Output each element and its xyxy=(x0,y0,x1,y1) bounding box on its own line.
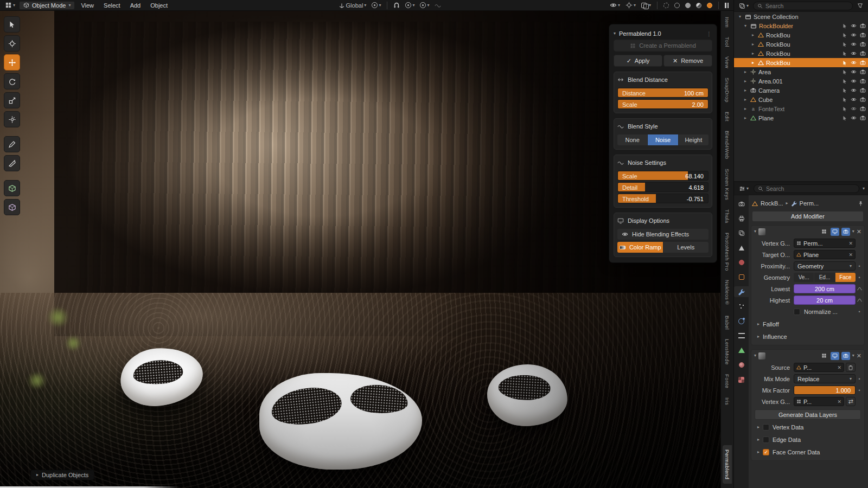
falloff-subpanel[interactable]: ▸ Falloff xyxy=(754,319,861,330)
properties-search[interactable] xyxy=(754,184,859,193)
remove-button[interactable]: ✕ Remove xyxy=(663,55,712,67)
chevron-right-icon[interactable]: ▸ xyxy=(750,60,756,65)
render-camera-icon[interactable] xyxy=(860,87,866,93)
chevron-right-icon[interactable]: ▸ xyxy=(743,106,748,111)
outliner-row-camera[interactable]: ▸ Camera xyxy=(734,86,868,95)
noise-threshold-slider[interactable]: Threshold -0.751 xyxy=(617,194,709,203)
clear-x-icon[interactable]: ✕ xyxy=(848,241,853,246)
outliner-search[interactable] xyxy=(753,2,853,10)
geometry-vertex-button[interactable]: Ve... xyxy=(794,273,814,282)
outliner-row-rockbou-2[interactable]: ▸ RockBou xyxy=(734,40,868,49)
decorator-dot[interactable]: • xyxy=(856,264,863,269)
pause-render-button[interactable] xyxy=(723,2,730,9)
chevron-right-icon[interactable]: ▸ xyxy=(743,115,748,120)
blend-scale-slider[interactable]: Scale 2.00 xyxy=(617,99,709,109)
overlays-dropdown[interactable]: ▾ xyxy=(640,2,653,8)
outliner-row-plane[interactable]: ▸ Plane xyxy=(734,113,868,123)
selectable-pointer-icon[interactable] xyxy=(842,23,847,29)
decorator-dot[interactable]: • xyxy=(856,388,863,393)
lowest-field[interactable]: 200 cm xyxy=(794,284,856,293)
selectable-pointer-icon[interactable] xyxy=(842,33,847,38)
chevron-down-icon[interactable]: ▾ xyxy=(737,14,743,19)
transform-orientation-dropdown[interactable]: Global ▾ xyxy=(337,2,368,9)
normalize-checkbox[interactable] xyxy=(794,309,800,315)
tab-lensmode[interactable]: LensMode xyxy=(723,337,731,367)
hide-eye-icon[interactable] xyxy=(851,60,857,66)
tab-output-properties[interactable] xyxy=(734,213,749,224)
blend-style-header[interactable]: Blend Style xyxy=(617,120,709,133)
breadcrumb-modifier[interactable]: Perm... xyxy=(800,200,819,207)
render-camera-icon[interactable] xyxy=(860,23,866,29)
shading-wireframe-button[interactable] xyxy=(673,2,681,9)
operator-panel[interactable]: ▸ Duplicate Objects xyxy=(30,470,94,480)
tab-scene-properties[interactable] xyxy=(734,242,749,253)
tab-permablend[interactable]: Permablend xyxy=(723,445,732,484)
tool-transform[interactable] xyxy=(4,111,20,127)
noise-settings-header[interactable]: Noise Settings xyxy=(617,156,709,169)
clear-x-icon[interactable]: ✕ xyxy=(837,399,841,404)
style-height-button[interactable]: Height xyxy=(679,134,709,145)
vertex-data-checkbox[interactable] xyxy=(763,424,769,431)
tab-nukleos[interactable]: Nukleos® xyxy=(723,278,731,308)
mode-select[interactable]: Object Mode ▾ xyxy=(19,1,75,10)
tab-snapdrop[interactable]: SnapDrop xyxy=(723,76,731,104)
snap-settings-dropdown[interactable]: ▾ xyxy=(404,2,416,9)
editor-type-button[interactable]: ▾ xyxy=(3,1,17,9)
properties-editor-type-button[interactable]: ▾ xyxy=(737,185,750,192)
tab-world-properties[interactable] xyxy=(734,257,749,268)
falloff-dropdown[interactable] xyxy=(433,2,443,9)
decorator-dot[interactable]: • xyxy=(856,376,863,382)
tool-add-object[interactable] xyxy=(4,199,20,215)
selectable-pointer-icon[interactable] xyxy=(842,79,847,84)
outliner-row-rockboulder[interactable]: ▾ RockBoulder xyxy=(734,21,868,30)
chevron-right-icon[interactable]: ▸ xyxy=(743,97,748,102)
xray-toggle[interactable] xyxy=(662,2,671,9)
outliner-row-rockbou-4-active[interactable]: ▸ RockBou xyxy=(734,58,868,67)
vertex-group-field[interactable]: Perm... ✕ xyxy=(794,239,856,248)
tab-tool[interactable]: Tool xyxy=(723,35,731,49)
hide-eye-icon[interactable] xyxy=(851,97,857,102)
influence-subpanel[interactable]: ▸ Influence xyxy=(754,331,861,342)
hide-eye-icon[interactable] xyxy=(851,69,857,75)
tool-cursor[interactable] xyxy=(4,35,20,52)
tab-physics-properties[interactable] xyxy=(734,316,749,326)
tab-fonte[interactable]: Fonte xyxy=(723,373,731,390)
outliner-row-area[interactable]: ▸ Area xyxy=(734,67,868,76)
menu-object[interactable]: Object xyxy=(146,1,171,10)
gizmos-dropdown[interactable]: ▾ xyxy=(624,1,637,9)
proportional-editing-dropdown[interactable]: ▾ xyxy=(418,2,431,9)
render-camera-icon[interactable] xyxy=(860,60,866,66)
chevron-right-icon[interactable]: ▸ xyxy=(743,79,748,84)
paste-button[interactable] xyxy=(846,363,856,372)
edge-data-checkbox[interactable] xyxy=(763,436,769,443)
tab-screen-keys[interactable]: Screen Keys xyxy=(723,167,731,202)
outliner-row-area-001[interactable]: ▸ Area.001 xyxy=(734,76,868,86)
modifier-header[interactable]: ▾ ▾ ✕ xyxy=(751,226,864,237)
outliner-search-input[interactable] xyxy=(765,3,848,9)
tab-photomesh-pro[interactable]: PhotoMesh Pro xyxy=(723,231,731,273)
tab-babel[interactable]: Babel xyxy=(723,314,731,331)
hide-eye-icon[interactable] xyxy=(851,50,857,56)
tab-edit[interactable]: Edit xyxy=(723,110,731,123)
render-camera-icon[interactable] xyxy=(860,78,866,84)
clear-x-icon[interactable]: ✕ xyxy=(837,365,841,370)
source-field[interactable]: P... ✕ xyxy=(794,363,844,372)
3d-viewport[interactable]: ▸ Duplicate Objects ▾ Permablend 1.0 ⋮ C… xyxy=(0,11,720,488)
realtime-toggle[interactable] xyxy=(831,352,839,360)
selectable-pointer-icon[interactable] xyxy=(842,69,847,75)
tab-iris[interactable]: Iris xyxy=(723,396,731,407)
outliner-row-cube[interactable]: ▸ Cube xyxy=(734,95,868,104)
shading-rendered-button[interactable] xyxy=(705,2,714,9)
chevron-down-icon[interactable]: ▾ xyxy=(754,354,756,358)
tab-particle-properties[interactable] xyxy=(734,301,749,312)
selectable-pointer-icon[interactable] xyxy=(842,115,847,121)
vertex-data-subpanel[interactable]: ▸ Vertex Data xyxy=(754,422,861,433)
chevron-down-icon[interactable]: ▾ xyxy=(754,229,756,234)
tab-material-properties[interactable] xyxy=(734,359,749,370)
chevron-down-icon[interactable]: ▾ xyxy=(863,187,865,191)
target-object-field[interactable]: Plane ✕ xyxy=(794,250,856,259)
style-noise-button[interactable]: Noise xyxy=(648,134,678,145)
generate-data-layers-button[interactable]: Generate Data Layers xyxy=(755,409,861,420)
selectable-pointer-icon[interactable] xyxy=(842,51,847,56)
clear-x-icon[interactable]: ✕ xyxy=(848,252,853,258)
